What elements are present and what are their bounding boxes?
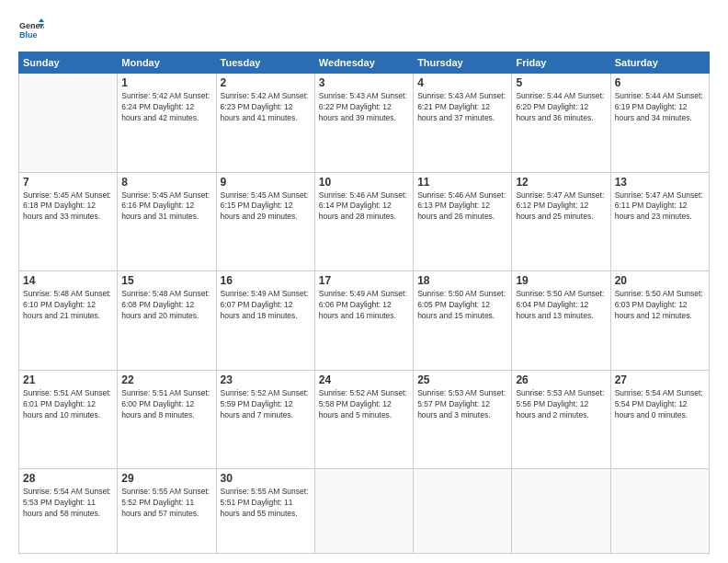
day-number: 2	[221, 76, 311, 89]
day-info: Sunrise: 5:54 AM Sunset: 5:53 PM Dayligh…	[23, 487, 113, 520]
day-number: 7	[23, 176, 113, 189]
day-info: Sunrise: 5:54 AM Sunset: 5:54 PM Dayligh…	[615, 388, 705, 421]
calendar-cell: 17Sunrise: 5:49 AM Sunset: 6:06 PM Dayli…	[314, 271, 413, 371]
header-tuesday: Tuesday	[216, 52, 314, 74]
calendar-week-3: 14Sunrise: 5:48 AM Sunset: 6:10 PM Dayli…	[19, 271, 710, 371]
calendar-cell	[314, 469, 413, 554]
calendar-cell: 18Sunrise: 5:50 AM Sunset: 6:05 PM Dayli…	[414, 271, 512, 371]
day-info: Sunrise: 5:44 AM Sunset: 6:19 PM Dayligh…	[615, 91, 705, 124]
day-number: 14	[23, 274, 113, 287]
calendar-week-4: 21Sunrise: 5:51 AM Sunset: 6:01 PM Dayli…	[19, 370, 710, 469]
day-info: Sunrise: 5:49 AM Sunset: 6:07 PM Dayligh…	[221, 289, 311, 322]
day-number: 28	[23, 472, 113, 485]
day-number: 30	[221, 472, 311, 485]
calendar-cell: 7Sunrise: 5:45 AM Sunset: 6:18 PM Daylig…	[19, 172, 118, 271]
day-info: Sunrise: 5:46 AM Sunset: 6:13 PM Dayligh…	[417, 190, 507, 224]
calendar-cell: 26Sunrise: 5:53 AM Sunset: 5:56 PM Dayli…	[512, 370, 610, 469]
day-number: 6	[615, 76, 705, 89]
calendar-cell: 25Sunrise: 5:53 AM Sunset: 5:57 PM Dayli…	[414, 370, 512, 469]
day-number: 22	[121, 373, 211, 386]
day-number: 11	[417, 176, 507, 189]
header-thursday: Thursday	[414, 52, 512, 74]
day-number: 15	[121, 274, 211, 287]
calendar-cell: 9Sunrise: 5:45 AM Sunset: 6:15 PM Daylig…	[216, 172, 314, 271]
day-info: Sunrise: 5:52 AM Sunset: 5:58 PM Dayligh…	[319, 388, 409, 421]
header-friday: Friday	[512, 52, 610, 74]
day-info: Sunrise: 5:52 AM Sunset: 5:59 PM Dayligh…	[221, 388, 311, 421]
calendar-cell: 21Sunrise: 5:51 AM Sunset: 6:01 PM Dayli…	[19, 370, 118, 469]
calendar-cell: 8Sunrise: 5:45 AM Sunset: 6:16 PM Daylig…	[118, 172, 216, 271]
day-info: Sunrise: 5:51 AM Sunset: 6:00 PM Dayligh…	[121, 388, 211, 421]
day-info: Sunrise: 5:42 AM Sunset: 6:24 PM Dayligh…	[121, 91, 211, 124]
calendar-table: Sunday Monday Tuesday Wednesday Thursday…	[18, 52, 710, 554]
day-number: 27	[615, 373, 705, 386]
day-number: 8	[121, 176, 211, 189]
logo-icon: General Blue	[18, 17, 44, 42]
calendar-cell	[512, 469, 610, 554]
calendar-cell: 12Sunrise: 5:47 AM Sunset: 6:12 PM Dayli…	[512, 172, 610, 271]
header-wednesday: Wednesday	[314, 52, 413, 74]
calendar-cell: 2Sunrise: 5:42 AM Sunset: 6:23 PM Daylig…	[216, 74, 314, 173]
calendar-cell: 10Sunrise: 5:46 AM Sunset: 6:14 PM Dayli…	[314, 172, 413, 271]
day-info: Sunrise: 5:47 AM Sunset: 6:11 PM Dayligh…	[615, 190, 705, 224]
day-number: 19	[516, 274, 606, 287]
day-number: 9	[221, 176, 311, 189]
calendar-cell: 23Sunrise: 5:52 AM Sunset: 5:59 PM Dayli…	[216, 370, 314, 469]
calendar-cell: 20Sunrise: 5:50 AM Sunset: 6:03 PM Dayli…	[610, 271, 709, 371]
calendar-cell: 27Sunrise: 5:54 AM Sunset: 5:54 PM Dayli…	[610, 370, 709, 469]
header-saturday: Saturday	[610, 52, 709, 74]
day-info: Sunrise: 5:55 AM Sunset: 5:52 PM Dayligh…	[121, 487, 211, 520]
day-info: Sunrise: 5:55 AM Sunset: 5:51 PM Dayligh…	[221, 487, 311, 520]
calendar-cell: 11Sunrise: 5:46 AM Sunset: 6:13 PM Dayli…	[414, 172, 512, 271]
day-number: 29	[121, 472, 211, 485]
calendar-cell: 16Sunrise: 5:49 AM Sunset: 6:07 PM Dayli…	[216, 271, 314, 371]
calendar-cell: 4Sunrise: 5:43 AM Sunset: 6:21 PM Daylig…	[414, 74, 512, 173]
day-number: 24	[319, 373, 409, 386]
calendar-cell: 28Sunrise: 5:54 AM Sunset: 5:53 PM Dayli…	[19, 469, 118, 554]
calendar-cell	[414, 469, 512, 554]
day-info: Sunrise: 5:48 AM Sunset: 6:10 PM Dayligh…	[23, 289, 113, 322]
day-number: 5	[516, 76, 606, 89]
calendar-cell: 14Sunrise: 5:48 AM Sunset: 6:10 PM Dayli…	[19, 271, 118, 371]
calendar-cell: 1Sunrise: 5:42 AM Sunset: 6:24 PM Daylig…	[118, 74, 216, 173]
day-number: 26	[516, 373, 606, 386]
day-info: Sunrise: 5:53 AM Sunset: 5:56 PM Dayligh…	[516, 388, 606, 421]
day-info: Sunrise: 5:48 AM Sunset: 6:08 PM Dayligh…	[121, 289, 211, 322]
day-info: Sunrise: 5:42 AM Sunset: 6:23 PM Dayligh…	[221, 91, 311, 124]
calendar-header-row: Sunday Monday Tuesday Wednesday Thursday…	[19, 52, 710, 74]
calendar-cell: 22Sunrise: 5:51 AM Sunset: 6:00 PM Dayli…	[118, 370, 216, 469]
calendar-cell	[610, 469, 709, 554]
day-info: Sunrise: 5:50 AM Sunset: 6:05 PM Dayligh…	[417, 289, 507, 322]
calendar-week-1: 1Sunrise: 5:42 AM Sunset: 6:24 PM Daylig…	[19, 74, 710, 173]
day-number: 20	[615, 274, 705, 287]
day-number: 23	[221, 373, 311, 386]
day-info: Sunrise: 5:45 AM Sunset: 6:16 PM Dayligh…	[121, 190, 211, 224]
day-info: Sunrise: 5:43 AM Sunset: 6:21 PM Dayligh…	[417, 91, 507, 124]
svg-text:Blue: Blue	[19, 30, 38, 40]
calendar-cell: 5Sunrise: 5:44 AM Sunset: 6:20 PM Daylig…	[512, 74, 610, 173]
calendar-cell: 3Sunrise: 5:43 AM Sunset: 6:22 PM Daylig…	[314, 74, 413, 173]
calendar-cell: 29Sunrise: 5:55 AM Sunset: 5:52 PM Dayli…	[118, 469, 216, 554]
calendar-week-5: 28Sunrise: 5:54 AM Sunset: 5:53 PM Dayli…	[19, 469, 710, 554]
day-info: Sunrise: 5:47 AM Sunset: 6:12 PM Dayligh…	[516, 190, 606, 224]
day-number: 25	[417, 373, 507, 386]
header-sunday: Sunday	[19, 52, 118, 74]
day-number: 4	[417, 76, 507, 89]
day-info: Sunrise: 5:45 AM Sunset: 6:15 PM Dayligh…	[221, 190, 311, 224]
day-info: Sunrise: 5:45 AM Sunset: 6:18 PM Dayligh…	[23, 190, 113, 224]
logo: General Blue	[18, 17, 48, 42]
header-monday: Monday	[118, 52, 216, 74]
page-header: General Blue	[18, 17, 710, 42]
day-info: Sunrise: 5:53 AM Sunset: 5:57 PM Dayligh…	[417, 388, 507, 421]
calendar-cell: 6Sunrise: 5:44 AM Sunset: 6:19 PM Daylig…	[610, 74, 709, 173]
calendar-cell: 15Sunrise: 5:48 AM Sunset: 6:08 PM Dayli…	[118, 271, 216, 371]
day-number: 21	[23, 373, 113, 386]
day-number: 12	[516, 176, 606, 189]
day-info: Sunrise: 5:50 AM Sunset: 6:03 PM Dayligh…	[615, 289, 705, 322]
calendar-cell: 30Sunrise: 5:55 AM Sunset: 5:51 PM Dayli…	[216, 469, 314, 554]
day-number: 17	[319, 274, 409, 287]
day-number: 1	[121, 76, 211, 89]
day-info: Sunrise: 5:51 AM Sunset: 6:01 PM Dayligh…	[23, 388, 113, 421]
calendar-cell: 13Sunrise: 5:47 AM Sunset: 6:11 PM Dayli…	[610, 172, 709, 271]
day-info: Sunrise: 5:46 AM Sunset: 6:14 PM Dayligh…	[319, 190, 409, 224]
